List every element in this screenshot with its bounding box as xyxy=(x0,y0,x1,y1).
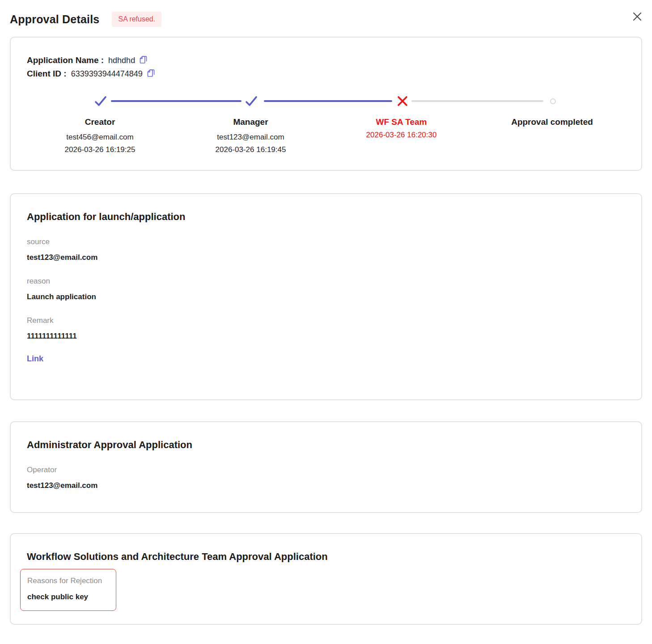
section-title: Administrator Approval Application xyxy=(11,422,641,451)
copy-application-name-button[interactable] xyxy=(139,55,148,65)
application-name-row: Application Name : hdhdhd xyxy=(27,54,641,67)
operator-field: Operator test123@email.com xyxy=(11,466,641,490)
copy-icon xyxy=(139,55,148,66)
field-value: 1111111111111 xyxy=(27,332,641,341)
client-id-row: Client ID : 6339393944474849 xyxy=(27,67,641,80)
application-name-value: hdhdhd xyxy=(108,56,135,65)
remark-field: Remark 1111111111111 xyxy=(11,316,641,341)
copy-client-id-button[interactable] xyxy=(146,69,156,79)
field-label: source xyxy=(27,237,641,246)
wf-team-approval-card: Workflow Solutions and Architecture Team… xyxy=(10,533,642,625)
step-creator: Creator test456@email.com 2026-03-26 16:… xyxy=(25,117,175,154)
close-button[interactable] xyxy=(631,11,644,24)
field-label: reason xyxy=(27,277,641,286)
launch-application-card: Application for launch/application sourc… xyxy=(10,193,642,400)
field-value: test123@email.com xyxy=(27,253,641,262)
step-done-check-icon xyxy=(93,93,109,109)
rejection-reason-box: Reasons for Rejection check public key xyxy=(20,569,116,611)
stepper-connector-done xyxy=(111,100,241,102)
summary-card: Application Name : hdhdhd Client ID : 63… xyxy=(10,37,642,171)
approval-details-page: Approval Details SA refused. Application… xyxy=(0,0,652,644)
status-badge: SA refused. xyxy=(112,12,161,27)
approval-stepper: Creator test456@email.com 2026-03-26 16:… xyxy=(11,93,641,154)
section-title: Application for launch/application xyxy=(11,194,641,223)
administrator-approval-card: Administrator Approval Application Opera… xyxy=(10,421,642,513)
stepper-track xyxy=(11,93,641,109)
page-header: Approval Details SA refused. xyxy=(0,0,652,27)
stepper-connector-pending xyxy=(411,100,543,102)
field-label: Remark xyxy=(27,316,641,325)
section-title: Workflow Solutions and Architecture Team… xyxy=(11,534,641,563)
step-wf-sa-team: WF SA Team 2026-03-26 16:20:30 xyxy=(326,117,477,154)
step-rejected-x-icon xyxy=(395,93,410,109)
stepper-connector-done xyxy=(264,100,392,102)
application-name-label: Application Name : xyxy=(27,55,104,65)
stepper-labels: Creator test456@email.com 2026-03-26 16:… xyxy=(11,117,641,154)
close-icon xyxy=(631,11,643,24)
step-date: 2026-03-26 16:19:45 xyxy=(175,145,326,154)
rejection-value: check public key xyxy=(27,593,109,602)
reason-field: reason Launch application xyxy=(11,277,641,301)
client-id-label: Client ID : xyxy=(27,69,67,79)
step-email: test123@email.com xyxy=(175,133,326,142)
step-done-check-icon xyxy=(243,93,259,109)
step-label: Manager xyxy=(175,117,326,127)
field-value: test123@email.com xyxy=(27,481,641,490)
copy-icon xyxy=(146,68,156,80)
rejection-label: Reasons for Rejection xyxy=(27,576,109,585)
page-title: Approval Details xyxy=(10,13,99,26)
summary-info: Application Name : hdhdhd Client ID : 63… xyxy=(11,38,641,80)
field-value: Launch application xyxy=(27,292,641,301)
step-label: Approval completed xyxy=(477,117,627,127)
step-date: 2026-03-26 16:19:25 xyxy=(25,145,175,154)
client-id-value: 6339393944474849 xyxy=(71,69,143,79)
step-pending-circle-icon xyxy=(550,93,556,109)
step-label: WF SA Team xyxy=(326,117,477,127)
step-date: 2026-03-26 16:20:30 xyxy=(326,131,477,140)
step-approval-completed: Approval completed xyxy=(477,117,627,154)
step-label: Creator xyxy=(25,117,175,127)
source-field: source test123@email.com xyxy=(11,237,641,262)
link[interactable]: Link xyxy=(27,354,43,364)
step-manager: Manager test123@email.com 2026-03-26 16:… xyxy=(175,117,326,154)
step-email: test456@email.com xyxy=(25,133,175,142)
field-label: Operator xyxy=(27,466,641,475)
